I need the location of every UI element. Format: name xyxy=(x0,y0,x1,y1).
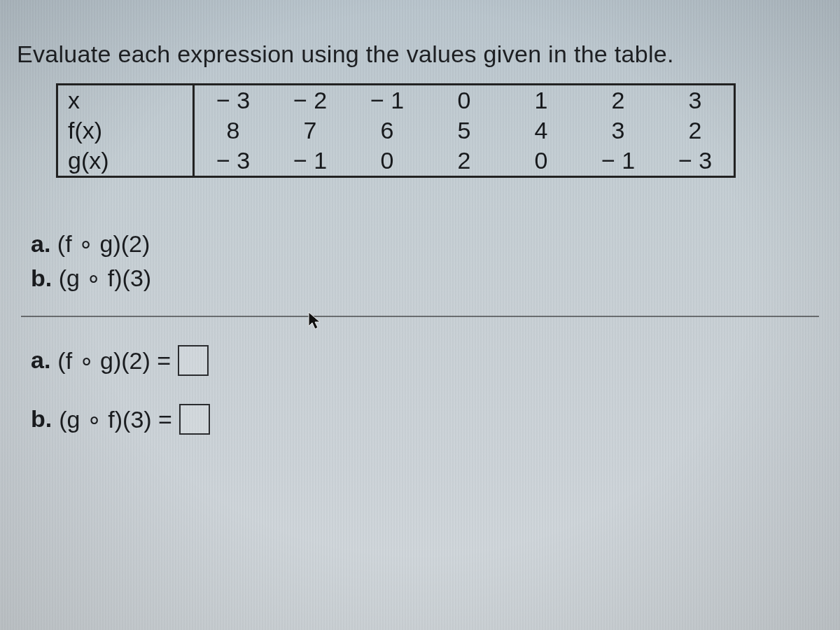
table-cell: − 2 xyxy=(272,85,349,116)
table-row: x − 3 − 2 − 1 0 1 2 3 xyxy=(57,85,735,116)
answer-a-expr: (f ∘ g)(2) = xyxy=(57,346,171,374)
table-cell: − 3 xyxy=(194,85,272,116)
table-cell: 2 xyxy=(657,115,735,146)
row-header-x: x xyxy=(57,85,194,116)
question-b-expr: (g ∘ f)(3) xyxy=(59,265,151,291)
table-cell: − 3 xyxy=(657,146,735,177)
answer-b-label: b. xyxy=(31,405,52,433)
values-table: x − 3 − 2 − 1 0 1 2 3 f(x) 8 7 6 5 4 3 2… xyxy=(56,83,736,178)
table-cell: − 1 xyxy=(580,146,657,177)
instruction-text: Evaluate each expression using the value… xyxy=(17,41,823,68)
table-cell: 3 xyxy=(580,115,657,146)
question-list: a. (f ∘ g)(2) b. (g ∘ f)(3) xyxy=(31,227,823,296)
table-cell: 4 xyxy=(503,115,580,146)
table-cell: 7 xyxy=(272,115,349,146)
answer-row-a: a. (f ∘ g)(2) = xyxy=(31,345,823,376)
table-cell: − 1 xyxy=(349,85,426,116)
table-cell: 0 xyxy=(503,146,580,177)
table-cell: 3 xyxy=(657,85,735,116)
question-a-label: a. xyxy=(31,230,50,257)
table-cell: 5 xyxy=(426,115,503,146)
table-row: f(x) 8 7 6 5 4 3 2 xyxy=(57,115,735,146)
table-cell: 0 xyxy=(426,85,503,116)
question-b: b. (g ∘ f)(3) xyxy=(31,261,823,295)
table-cell: 1 xyxy=(503,85,580,116)
table-cell: − 3 xyxy=(194,146,272,177)
answer-section: a. (f ∘ g)(2) = b. (g ∘ f)(3) = xyxy=(31,345,823,435)
table-cell: 0 xyxy=(349,146,426,177)
values-table-wrap: x − 3 − 2 − 1 0 1 2 3 f(x) 8 7 6 5 4 3 2… xyxy=(56,83,823,178)
answer-a-label: a. xyxy=(31,346,50,374)
row-header-fx: f(x) xyxy=(57,115,194,146)
table-cell: 8 xyxy=(194,115,272,146)
question-a-expr: (f ∘ g)(2) xyxy=(57,230,150,257)
problem-panel: Evaluate each expression using the value… xyxy=(0,0,840,479)
question-b-label: b. xyxy=(31,265,52,291)
row-header-gx: g(x) xyxy=(57,146,194,177)
table-row: g(x) − 3 − 1 0 2 0 − 1 − 3 xyxy=(57,146,735,177)
answer-row-b: b. (g ∘ f)(3) = xyxy=(31,404,823,435)
table-cell: 6 xyxy=(349,115,426,146)
table-cell: 2 xyxy=(426,146,503,177)
answer-b-input[interactable] xyxy=(179,404,210,435)
answer-b-expr: (g ∘ f)(3) = xyxy=(59,405,172,433)
table-cell: − 1 xyxy=(272,146,349,177)
section-divider xyxy=(21,316,819,317)
question-a: a. (f ∘ g)(2) xyxy=(31,227,823,261)
table-cell: 2 xyxy=(580,85,657,116)
answer-a-input[interactable] xyxy=(178,345,209,376)
